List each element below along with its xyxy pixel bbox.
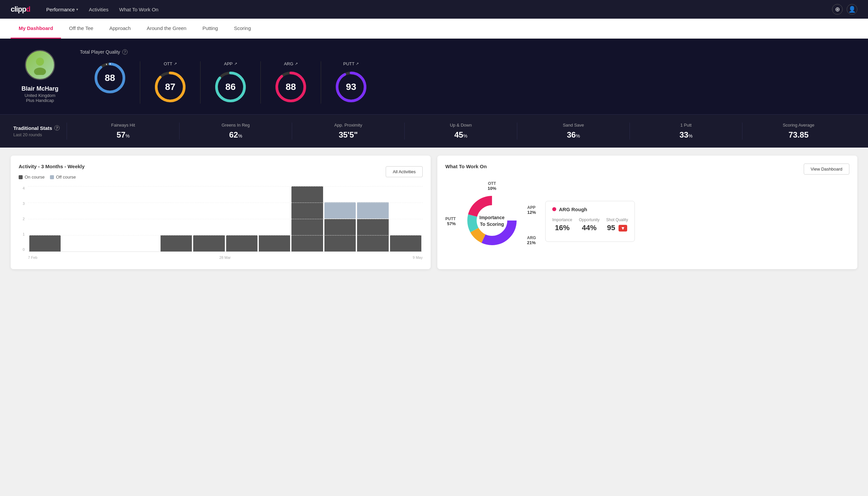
- donut-svg-container: Importance To Scoring: [464, 192, 520, 250]
- nav-what-to-work-on[interactable]: What To Work On: [119, 7, 159, 12]
- stat-app-prox-name: App. Proximity: [299, 123, 398, 128]
- stat-fairways-value: 57%: [74, 130, 173, 140]
- tab-scoring[interactable]: Scoring: [226, 19, 259, 38]
- bar-on-5: [160, 235, 192, 251]
- activity-title: Activity - 3 Months - Weekly: [19, 164, 84, 169]
- tpq-label: Total Player Quality ?: [80, 49, 855, 55]
- stat-up-and-down: Up & Down 45%: [404, 123, 517, 140]
- user-button[interactable]: 👤: [847, 4, 857, 15]
- ott-label: OTT ↗: [164, 61, 177, 66]
- app-circle: 86: [214, 70, 247, 104]
- nav-activities[interactable]: Activities: [89, 7, 109, 12]
- top-nav: clippd Performance ▾ Activities What To …: [0, 0, 868, 19]
- putt-trend-icon: ↗: [356, 62, 359, 66]
- stat-scoring-value: 73.85: [749, 130, 848, 140]
- arg-trend-icon: ↗: [295, 62, 298, 66]
- tpq-arg: ARG ↗ 88: [261, 61, 321, 104]
- shot-quality-badge: ▼: [618, 225, 627, 232]
- add-button[interactable]: ⊕: [832, 4, 843, 15]
- stat-scoring-name: Scoring Average: [749, 123, 848, 128]
- stat-greens-value: 62%: [186, 130, 285, 140]
- stats-help-icon[interactable]: ?: [54, 125, 60, 130]
- ott-trend-icon: ↗: [174, 62, 177, 66]
- tpq-overall: 88: [80, 61, 140, 104]
- tpq-putt: PUTT ↗ 93: [321, 61, 381, 104]
- player-country: United Kingdom: [25, 93, 56, 98]
- stat-1putt-value: 33%: [636, 130, 736, 140]
- tab-bar: My Dashboard Off the Tee Approach Around…: [0, 19, 868, 38]
- bar-on-6: [193, 235, 224, 251]
- stat-updown-value: 45%: [411, 130, 510, 140]
- legend-off-course: Off course: [50, 174, 76, 180]
- bar-on-12: [390, 235, 421, 251]
- player-name: Blair McHarg: [21, 85, 58, 92]
- hero-section: Blair McHarg United Kingdom Plus Handica…: [0, 38, 868, 114]
- stat-app-proximity: App. Proximity 35'5": [292, 123, 404, 140]
- stat-fairways-hit: Fairways Hit 57%: [67, 123, 179, 140]
- app-value: 86: [225, 82, 236, 92]
- arg-value: 88: [285, 82, 296, 92]
- tpq-ott: OTT ↗ 87: [140, 61, 201, 104]
- ott-outer-label: OTT 10%: [488, 181, 496, 191]
- putt-outer-label: PUTT 57%: [445, 217, 456, 226]
- chart-area: 4 3 2 1 0: [19, 186, 423, 260]
- tpq-help-icon[interactable]: ?: [122, 49, 128, 55]
- detail-importance: Importance 16%: [552, 218, 572, 232]
- tab-my-dashboard[interactable]: My Dashboard: [11, 19, 61, 38]
- stat-scoring-avg: Scoring Average 73.85: [742, 123, 855, 140]
- bar-off-11: [357, 202, 388, 218]
- nav-links: Performance ▾ Activities What To Work On: [46, 7, 832, 12]
- traditional-stats-label: Traditional Stats ?: [13, 125, 67, 131]
- tpq-circles: 88 OTT ↗ 87 AP: [80, 61, 855, 104]
- ott-value: 87: [165, 82, 175, 92]
- grid-line-3: [28, 203, 423, 203]
- legend-on-course: On course: [19, 174, 45, 180]
- detail-dot: [552, 207, 556, 211]
- activity-card: Activity - 3 Months - Weekly On course O…: [11, 156, 431, 269]
- off-course-dot: [50, 175, 54, 179]
- stat-app-prox-value: 35'5": [299, 130, 398, 140]
- app-label: APP ↗: [224, 61, 237, 66]
- avatar: [25, 50, 55, 80]
- tab-approach[interactable]: Approach: [101, 19, 139, 38]
- activity-legend: On course Off course: [19, 174, 84, 180]
- work-on-body: PUTT 57% OTT 10% APP 12% ARG 21%: [445, 181, 849, 261]
- on-course-dot: [19, 175, 23, 179]
- app-trend-icon: ↗: [234, 62, 237, 66]
- stat-sand-value: 36%: [524, 130, 623, 140]
- stats-label-group: Traditional Stats ? Last 20 rounds: [13, 125, 67, 137]
- overall-circle: 88: [93, 61, 127, 95]
- detail-card-title: ARG Rough: [552, 206, 628, 212]
- tab-off-the-tee[interactable]: Off the Tee: [61, 19, 101, 38]
- stat-greens-in-reg: Greens In Reg 62%: [179, 123, 292, 140]
- overall-value: 88: [105, 73, 115, 83]
- arg-circle: 88: [274, 70, 307, 104]
- stat-1putt-name: 1 Putt: [636, 123, 736, 128]
- all-activities-button[interactable]: All Activities: [386, 166, 423, 177]
- tpq-app: APP ↗ 86: [201, 61, 261, 104]
- bar-off-10: [325, 202, 356, 218]
- what-to-work-on-card: What To Work On View Dashboard PUTT 57% …: [437, 156, 857, 269]
- grid-line-1: [28, 235, 423, 235]
- stat-greens-name: Greens In Reg: [186, 123, 285, 128]
- activity-header: Activity - 3 Months - Weekly On course O…: [19, 164, 423, 180]
- chevron-down-icon: ▾: [76, 7, 78, 12]
- nav-performance[interactable]: Performance ▾: [46, 7, 78, 12]
- view-dashboard-button[interactable]: View Dashboard: [804, 164, 849, 174]
- svg-point-1: [34, 68, 46, 75]
- detail-opportunity: Opportunity 44%: [579, 218, 600, 232]
- putt-circle: 93: [334, 70, 368, 104]
- arg-label: ARG ↗: [284, 61, 297, 66]
- tab-putting[interactable]: Putting: [194, 19, 226, 38]
- putt-label: PUTT ↗: [343, 61, 359, 66]
- player-info: Blair McHarg United Kingdom Plus Handica…: [13, 50, 67, 103]
- player-handicap: Plus Handicap: [26, 98, 54, 103]
- grid-line-4: [28, 186, 423, 187]
- stat-sand-save: Sand Save 36%: [517, 123, 630, 140]
- donut-wrapper: PUTT 57% OTT 10% APP 12% ARG 21%: [445, 181, 539, 261]
- logo[interactable]: clippd: [11, 5, 30, 14]
- putt-value: 93: [346, 82, 356, 92]
- bar-on-7: [226, 235, 257, 251]
- work-on-header: What To Work On View Dashboard: [445, 164, 849, 174]
- tab-around-the-green[interactable]: Around the Green: [139, 19, 194, 38]
